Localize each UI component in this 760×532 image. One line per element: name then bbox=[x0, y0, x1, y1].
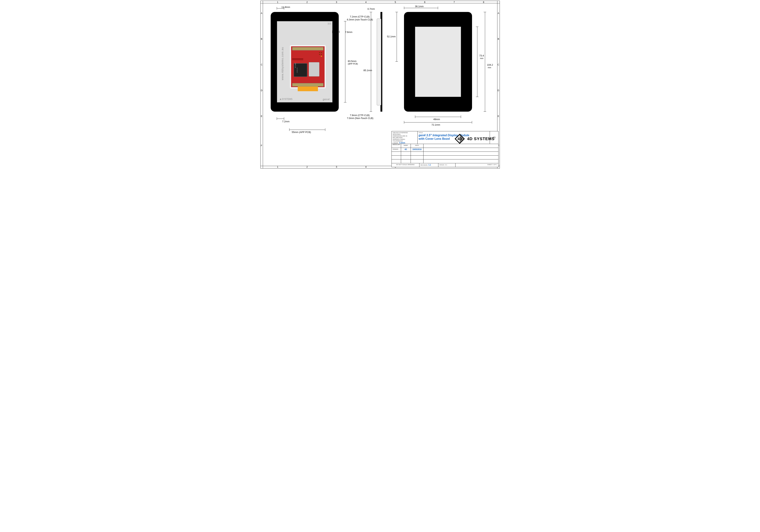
svg-text:4D: 4D bbox=[457, 137, 462, 141]
drawn-date: 19/05/2016 bbox=[410, 148, 423, 152]
url-etch: www.4dsystems.com.au bbox=[281, 47, 284, 80]
brand-etch: ◈ SYSTEMS bbox=[280, 98, 293, 100]
badge-3-5: 3.5 bbox=[328, 23, 331, 25]
front-view-device bbox=[404, 12, 472, 112]
dim-49: 49mm bbox=[433, 118, 440, 121]
dim-104-2: 104.2 bbox=[487, 64, 493, 66]
dim-11-9: 11.9mm bbox=[282, 6, 290, 9]
side-view bbox=[374, 12, 383, 112]
ffc-cable bbox=[298, 86, 318, 91]
logo-diamond-icon: 4D bbox=[454, 133, 465, 144]
dim-36-1: 36.1mm bbox=[415, 5, 424, 8]
diablo-chip: 4D LABS DIABLO16 bbox=[294, 63, 307, 77]
revision: 1.1 bbox=[428, 164, 431, 166]
drawn-by: 4D bbox=[401, 148, 410, 152]
dim-52-1: 52.1mm bbox=[387, 35, 396, 38]
dim-55: 55mm (APP PCB) bbox=[292, 131, 311, 133]
dim-83-5: 83.5mm bbox=[348, 60, 356, 63]
app-pcb: 4D LABS DIABLO16 bbox=[290, 45, 326, 88]
dim-72-1: 72.1mm bbox=[432, 123, 440, 126]
dim-73-4: 73.4 bbox=[479, 54, 484, 57]
company-logo: 4D 4D SYSTEMS bbox=[454, 133, 495, 144]
drawing-sheet: 1 2 3 4 5 6 7 8 1 2 3 4 5 A B C D E F A … bbox=[261, 1, 500, 169]
gen-etch: gen4 bbox=[323, 98, 330, 101]
dim-0-7: 0.7mm bbox=[368, 8, 375, 10]
title-block: UNLESS OTHERWISE SPECIFIED: DIMENSIONS A… bbox=[392, 131, 499, 167]
back-view-device: 3.5 www.4dsystems.com.au ◈ SYSTEMS gen4 … bbox=[271, 12, 339, 112]
dim-7-2: 7.2mm bbox=[282, 120, 290, 123]
dim-85-1: 85.1mm bbox=[363, 69, 372, 72]
sd-slot bbox=[309, 62, 319, 76]
